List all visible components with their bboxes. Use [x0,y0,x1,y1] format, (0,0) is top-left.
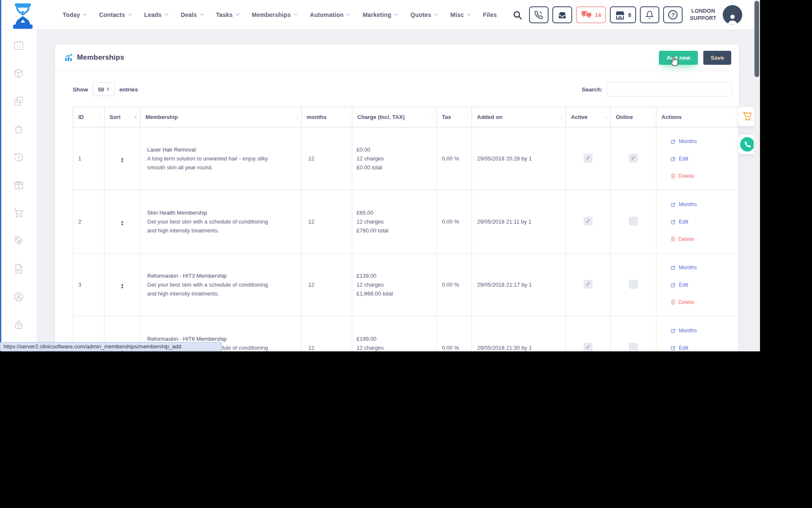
chevron-down-icon [294,11,298,16]
notifications-button[interactable] [640,6,659,23]
col-label: Online [616,114,633,120]
nav-today[interactable]: Today [63,11,86,18]
col-header-online[interactable]: Online↑↓ [611,107,656,127]
active-checkbox[interactable] [584,343,593,352]
page-size-select[interactable]: 50 ▲▼ [93,83,115,96]
nav-quotes[interactable]: Quotes [410,11,437,18]
nav-files[interactable]: Files [483,11,497,18]
drag-sort-icon[interactable]: ▲▼ [121,283,124,289]
phone-icon [744,141,751,148]
app-logo[interactable] [12,3,34,29]
col-header-months[interactable]: months↑↓ [302,107,352,127]
edit-icon [671,328,676,333]
edit-link[interactable]: Edit [671,282,738,288]
active-checkbox[interactable] [584,154,593,163]
active-checkbox[interactable] [584,280,593,289]
table-header-row: ID↑↓ Sort↑↓ Membership↑↓ months↑↓ Charge… [73,107,738,127]
nav-contacts[interactable]: Contacts [99,11,132,18]
sidebar-item-report[interactable] [12,263,25,274]
delete-link[interactable]: Delete [671,299,738,305]
sidebar-item-copies[interactable] [12,96,25,107]
cell-months: 12 [302,190,352,254]
nav-marketing[interactable]: Marketing [362,11,398,18]
delete-link[interactable]: Delete [671,236,738,242]
col-header-added-on[interactable]: Added on↑↓ [472,107,566,127]
help-button[interactable]: ? [663,6,683,23]
col-header-active[interactable]: Active↑↓ [566,107,611,127]
table-row: 2 ▲▼ Skin Health Membership Get your bes… [73,190,738,254]
search-control: Search: [582,82,732,97]
user-circle-icon [13,291,24,302]
scrollbar-thumb[interactable] [754,1,759,77]
nav-leads[interactable]: Leads [144,11,168,18]
avatar[interactable] [723,5,742,25]
sidebar-item-lock[interactable] [12,319,25,330]
trash-icon [671,299,675,305]
col-header-charge[interactable]: Charge (Incl. TAX)↑↓ [352,107,437,127]
phone-button[interactable] [529,6,549,23]
nav-automation[interactable]: Automation [310,11,350,18]
active-checkbox[interactable] [584,217,593,226]
col-label: ID [78,114,84,120]
sidebar-item-package[interactable] [12,68,25,79]
delete-link[interactable]: Delete [671,173,738,179]
page-title: Memberships [77,53,124,62]
sidebar-item-account[interactable] [12,291,25,302]
chevron-down-icon [236,11,240,16]
sidebar-item-history[interactable] [12,152,25,163]
row-actions: Months Edit Delete [671,264,738,305]
sort-arrows-icon: ↑↓ [134,115,137,119]
edit-link[interactable]: Edit [671,218,738,225]
nav-tasks[interactable]: Tasks [216,11,239,18]
months-link[interactable]: Months [671,327,738,334]
search-input[interactable] [606,82,732,97]
page-size-control: Show 50 ▲▼ entries [73,83,138,96]
chevron-down-icon [434,11,438,16]
cart-icon [742,111,752,121]
charge-count: 12 charges [357,217,436,226]
nav-quotes-label: Quotes [410,11,431,18]
chat-button[interactable]: 14 [576,6,606,23]
nav-deals[interactable]: Deals [181,11,203,18]
store-button[interactable]: 8 [610,6,636,23]
account-name: LONDON SUPPORT [690,8,716,22]
edit-label: Edit [679,218,688,225]
sidebar-item-tag[interactable] [12,235,25,246]
charge-amount: £139.00 [357,271,436,280]
inbox-button[interactable] [552,6,572,23]
card-header: Memberships Add new Save [55,44,739,71]
status-url-tooltip: https://server2.clinicsoftware.com/admin… [0,342,222,351]
search-button[interactable] [513,10,522,20]
edit-link[interactable]: Edit [671,345,738,351]
sidebar-item-gift[interactable] [12,179,25,190]
months-link[interactable]: Months [671,138,738,144]
vertical-scrollbar[interactable] [754,0,760,351]
months-link[interactable]: Months [671,264,738,271]
cell-tax: 0.00 % [437,316,472,352]
sidebar-item-cart[interactable] [12,207,25,218]
col-header-tax[interactable]: Tax↑↓ [437,107,472,127]
nav-files-label: Files [483,11,497,18]
edit-link[interactable]: Edit [671,155,738,162]
col-header-id[interactable]: ID↑↓ [73,107,104,127]
drag-sort-icon[interactable]: ▲▼ [121,220,124,226]
online-checkbox[interactable] [629,343,638,352]
nav-misc[interactable]: Misc [450,11,470,18]
chevron-down-icon [346,11,351,16]
months-link[interactable]: Months [671,201,738,207]
nav-memberships[interactable]: Memberships [252,11,297,18]
cell-membership: Laser Hair Removal A long term solution … [140,127,302,190]
drag-sort-icon[interactable]: ▲▼ [121,157,124,163]
save-button[interactable]: Save [703,51,731,65]
nav-automation-label: Automation [310,11,344,18]
chat-count-badge: 14 [595,12,601,18]
col-header-sort[interactable]: Sort↑↓ [104,107,140,127]
online-checkbox[interactable] [629,280,638,289]
sidebar-item-bag[interactable] [12,124,25,135]
online-checkbox[interactable] [629,217,638,226]
col-label: Tax [442,114,451,120]
sidebar-item-calendar[interactable]: 12 [12,40,25,51]
col-header-membership[interactable]: Membership↑↓ [140,107,302,127]
svg-text:12: 12 [16,44,21,48]
online-checkbox[interactable] [629,154,638,163]
